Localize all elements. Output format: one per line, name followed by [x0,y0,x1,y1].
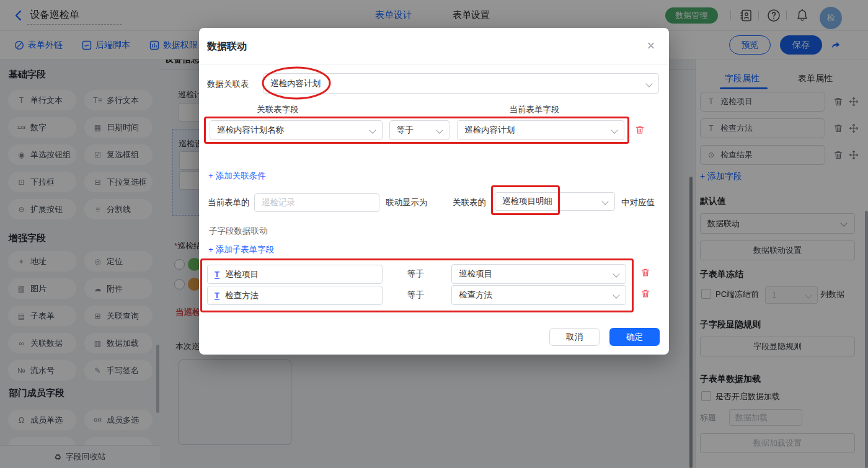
condition-target-select[interactable]: 巡检内容计划 [457,120,624,140]
chevron-down-icon [611,126,618,133]
display-as-label: 联动显示为 [386,197,428,208]
relation-table-select[interactable]: 巡检内容计划 [263,73,659,94]
subfield-linkage-label: 子字段数据联动 [209,226,268,237]
cancel-button[interactable]: 取消 [549,328,600,346]
chevron-down-icon [645,80,652,87]
delete-condition-icon[interactable] [635,125,645,135]
subfield-op: 等于 [407,289,424,301]
condition-field-select[interactable]: 巡检内容计划名称 [210,120,383,140]
corresponding-label: 中对应值 [621,197,655,208]
chevron-down-icon [613,270,619,277]
text-icon: T [215,291,219,300]
subfield-op: 等于 [407,268,424,280]
chevron-down-icon [613,291,619,298]
condition-operator-select[interactable]: 等于 [389,120,450,140]
chevron-down-icon [369,126,376,133]
delete-subfield-icon[interactable] [640,267,650,278]
subfield-value-select[interactable]: 巡检项目 [451,264,626,284]
modal-title: 数据联动 [207,40,247,53]
column-header-left: 关联表字段 [216,104,340,115]
chevron-down-icon [436,126,443,133]
subfield-row-field[interactable]: T巡检项目 [207,265,383,284]
relation-table-label: 数据关联表 [207,79,249,90]
related-table-select[interactable]: 巡检项目明细 [495,192,615,211]
text-icon: T [215,270,219,279]
confirm-button[interactable]: 确定 [609,328,660,346]
chevron-down-icon [601,198,608,205]
delete-subfield-icon[interactable] [640,288,650,299]
close-icon[interactable]: × [642,38,660,55]
column-header-right: 当前表单字段 [472,104,596,115]
app-root: 设备巡检单 表单设计 表单设置 数据管理 检 表单外链 后端脚本 数据权限 预览… [0,0,868,468]
current-form-input[interactable]: 巡检记录 [254,193,379,212]
add-subfield-link[interactable]: + 添加子表单字段 [208,244,274,255]
add-condition-link[interactable]: + 添加关联条件 [208,170,266,182]
related-table-label: 关联表的 [453,197,486,208]
modal-header-divider [199,64,669,64]
data-linkage-modal: 数据联动 × 数据关联表 巡检内容计划 关联表字段 当前表单字段 巡检内容计划名… [199,28,669,355]
subfield-value-select[interactable]: 检查方法 [451,285,626,305]
subfield-row-field[interactable]: T检查方法 [207,286,383,305]
current-form-label: 当前表单的 [208,197,250,208]
